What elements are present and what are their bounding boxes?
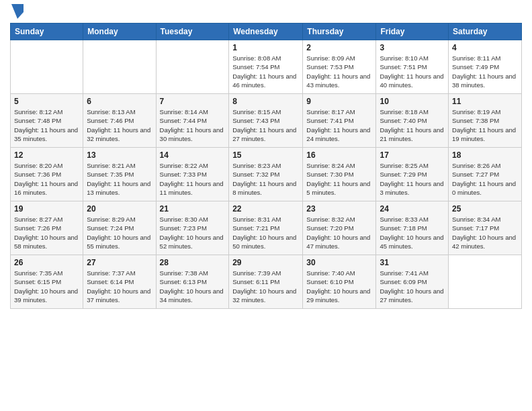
cell-info-text: Sunrise: 8:34 AM Sunset: 7:17 PM Dayligh…: [452, 215, 518, 250]
day-header-saturday: Saturday: [449, 24, 522, 40]
calendar-cell: 15Sunrise: 8:23 AM Sunset: 7:32 PM Dayli…: [229, 148, 303, 201]
cell-info-text: Sunrise: 8:33 AM Sunset: 7:18 PM Dayligh…: [380, 215, 445, 250]
calendar-cell: 1Sunrise: 8:08 AM Sunset: 7:54 PM Daylig…: [229, 40, 303, 94]
cell-day-number: 2: [306, 43, 372, 52]
calendar-cell: [156, 40, 229, 94]
cell-info-text: Sunrise: 8:24 AM Sunset: 7:30 PM Dayligh…: [306, 161, 372, 197]
day-header-wednesday: Wednesday: [229, 24, 303, 40]
week-row-1: 1Sunrise: 8:08 AM Sunset: 7:54 PM Daylig…: [11, 40, 522, 94]
calendar-cell: 27Sunrise: 7:37 AM Sunset: 6:14 PM Dayli…: [83, 255, 156, 309]
cell-info-text: Sunrise: 7:37 AM Sunset: 6:14 PM Dayligh…: [87, 269, 152, 304]
calendar-cell: 4Sunrise: 8:11 AM Sunset: 7:49 PM Daylig…: [449, 40, 522, 94]
calendar-cell: [449, 255, 522, 309]
week-row-5: 26Sunrise: 7:35 AM Sunset: 6:15 PM Dayli…: [11, 255, 522, 309]
cell-info-text: Sunrise: 8:20 AM Sunset: 7:36 PM Dayligh…: [14, 161, 79, 197]
logo: [10, 7, 24, 19]
cell-info-text: Sunrise: 8:31 AM Sunset: 7:21 PM Dayligh…: [232, 215, 299, 250]
calendar-cell: 3Sunrise: 8:10 AM Sunset: 7:51 PM Daylig…: [376, 40, 449, 94]
cell-day-number: 5: [14, 97, 79, 106]
cell-info-text: Sunrise: 7:39 AM Sunset: 6:11 PM Dayligh…: [232, 269, 299, 304]
header: [10, 7, 522, 19]
calendar-cell: 19Sunrise: 8:27 AM Sunset: 7:26 PM Dayli…: [11, 201, 83, 255]
calendar-cell: 7Sunrise: 8:14 AM Sunset: 7:44 PM Daylig…: [156, 94, 229, 148]
day-header-monday: Monday: [83, 24, 156, 40]
cell-day-number: 10: [380, 97, 445, 106]
calendar-cell: 25Sunrise: 8:34 AM Sunset: 7:17 PM Dayli…: [449, 201, 522, 255]
cell-info-text: Sunrise: 8:13 AM Sunset: 7:46 PM Dayligh…: [87, 107, 152, 143]
week-row-4: 19Sunrise: 8:27 AM Sunset: 7:26 PM Dayli…: [11, 201, 522, 255]
cell-info-text: Sunrise: 8:22 AM Sunset: 7:33 PM Dayligh…: [160, 161, 226, 197]
calendar-cell: 30Sunrise: 7:40 AM Sunset: 6:10 PM Dayli…: [303, 255, 376, 309]
cell-info-text: Sunrise: 8:14 AM Sunset: 7:44 PM Dayligh…: [160, 107, 226, 143]
calendar-cell: 9Sunrise: 8:17 AM Sunset: 7:41 PM Daylig…: [303, 94, 376, 148]
cell-info-text: Sunrise: 8:09 AM Sunset: 7:53 PM Dayligh…: [306, 54, 372, 89]
cell-day-number: 14: [160, 150, 226, 160]
cell-info-text: Sunrise: 7:38 AM Sunset: 6:13 PM Dayligh…: [160, 269, 226, 304]
day-header-thursday: Thursday: [303, 24, 376, 40]
day-header-tuesday: Tuesday: [156, 24, 229, 40]
calendar-cell: 26Sunrise: 7:35 AM Sunset: 6:15 PM Dayli…: [11, 255, 83, 309]
cell-info-text: Sunrise: 8:21 AM Sunset: 7:35 PM Dayligh…: [87, 161, 152, 197]
cell-info-text: Sunrise: 8:12 AM Sunset: 7:48 PM Dayligh…: [14, 107, 79, 143]
calendar-cell: [11, 40, 83, 94]
cell-info-text: Sunrise: 8:11 AM Sunset: 7:49 PM Dayligh…: [452, 54, 518, 89]
cell-info-text: Sunrise: 7:35 AM Sunset: 6:15 PM Dayligh…: [14, 269, 79, 304]
calendar-cell: 17Sunrise: 8:25 AM Sunset: 7:29 PM Dayli…: [376, 148, 449, 201]
cell-day-number: 29: [232, 258, 299, 267]
cell-day-number: 24: [380, 204, 445, 214]
cell-day-number: 1: [232, 43, 299, 52]
calendar-cell: 18Sunrise: 8:26 AM Sunset: 7:27 PM Dayli…: [449, 148, 522, 201]
cell-info-text: Sunrise: 8:26 AM Sunset: 7:27 PM Dayligh…: [452, 161, 518, 197]
cell-day-number: 13: [87, 150, 152, 160]
cell-info-text: Sunrise: 8:29 AM Sunset: 7:24 PM Dayligh…: [87, 215, 152, 250]
calendar-cell: 16Sunrise: 8:24 AM Sunset: 7:30 PM Dayli…: [303, 148, 376, 201]
cell-day-number: 20: [87, 204, 152, 214]
calendar-cell: 21Sunrise: 8:30 AM Sunset: 7:23 PM Dayli…: [156, 201, 229, 255]
calendar-cell: 5Sunrise: 8:12 AM Sunset: 7:48 PM Daylig…: [11, 94, 83, 148]
cell-info-text: Sunrise: 8:15 AM Sunset: 7:43 PM Dayligh…: [232, 107, 299, 143]
cell-info-text: Sunrise: 8:17 AM Sunset: 7:41 PM Dayligh…: [306, 107, 372, 143]
cell-day-number: 26: [14, 258, 79, 267]
cell-day-number: 21: [160, 204, 226, 214]
cell-day-number: 11: [452, 97, 518, 106]
logo-icon: [11, 4, 24, 19]
week-row-3: 12Sunrise: 8:20 AM Sunset: 7:36 PM Dayli…: [11, 148, 522, 201]
calendar-cell: [83, 40, 156, 94]
cell-day-number: 28: [160, 258, 226, 267]
calendar-cell: 2Sunrise: 8:09 AM Sunset: 7:53 PM Daylig…: [303, 40, 376, 94]
cell-day-number: 6: [87, 97, 152, 106]
cell-day-number: 31: [380, 258, 445, 267]
calendar-header-row: SundayMondayTuesdayWednesdayThursdayFrid…: [11, 24, 522, 40]
cell-day-number: 18: [452, 150, 518, 160]
calendar-cell: 29Sunrise: 7:39 AM Sunset: 6:11 PM Dayli…: [229, 255, 303, 309]
cell-day-number: 15: [232, 150, 299, 160]
calendar-cell: 31Sunrise: 7:41 AM Sunset: 6:09 PM Dayli…: [376, 255, 449, 309]
week-row-2: 5Sunrise: 8:12 AM Sunset: 7:48 PM Daylig…: [11, 94, 522, 148]
cell-day-number: 16: [306, 150, 372, 160]
cell-day-number: 22: [232, 204, 299, 214]
calendar-cell: 6Sunrise: 8:13 AM Sunset: 7:46 PM Daylig…: [83, 94, 156, 148]
cell-info-text: Sunrise: 8:25 AM Sunset: 7:29 PM Dayligh…: [380, 161, 445, 197]
cell-info-text: Sunrise: 8:27 AM Sunset: 7:26 PM Dayligh…: [14, 215, 79, 250]
cell-day-number: 17: [380, 150, 445, 160]
cell-day-number: 8: [232, 97, 299, 106]
calendar-cell: 24Sunrise: 8:33 AM Sunset: 7:18 PM Dayli…: [376, 201, 449, 255]
calendar-cell: 14Sunrise: 8:22 AM Sunset: 7:33 PM Dayli…: [156, 148, 229, 201]
cell-day-number: 7: [160, 97, 226, 106]
day-header-sunday: Sunday: [11, 24, 83, 40]
cell-info-text: Sunrise: 7:41 AM Sunset: 6:09 PM Dayligh…: [380, 269, 445, 304]
cell-day-number: 4: [452, 43, 518, 52]
cell-info-text: Sunrise: 8:18 AM Sunset: 7:40 PM Dayligh…: [380, 107, 445, 143]
cell-info-text: Sunrise: 7:40 AM Sunset: 6:10 PM Dayligh…: [306, 269, 372, 304]
cell-day-number: 27: [87, 258, 152, 267]
calendar-cell: 11Sunrise: 8:19 AM Sunset: 7:38 PM Dayli…: [449, 94, 522, 148]
calendar-cell: 12Sunrise: 8:20 AM Sunset: 7:36 PM Dayli…: [11, 148, 83, 201]
cell-day-number: 12: [14, 150, 79, 160]
calendar-cell: 10Sunrise: 8:18 AM Sunset: 7:40 PM Dayli…: [376, 94, 449, 148]
cell-info-text: Sunrise: 8:08 AM Sunset: 7:54 PM Dayligh…: [232, 54, 299, 89]
cell-day-number: 19: [14, 204, 79, 214]
cell-info-text: Sunrise: 8:10 AM Sunset: 7:51 PM Dayligh…: [380, 54, 445, 89]
cell-day-number: 25: [452, 204, 518, 214]
cell-day-number: 23: [306, 204, 372, 214]
calendar-cell: 8Sunrise: 8:15 AM Sunset: 7:43 PM Daylig…: [229, 94, 303, 148]
